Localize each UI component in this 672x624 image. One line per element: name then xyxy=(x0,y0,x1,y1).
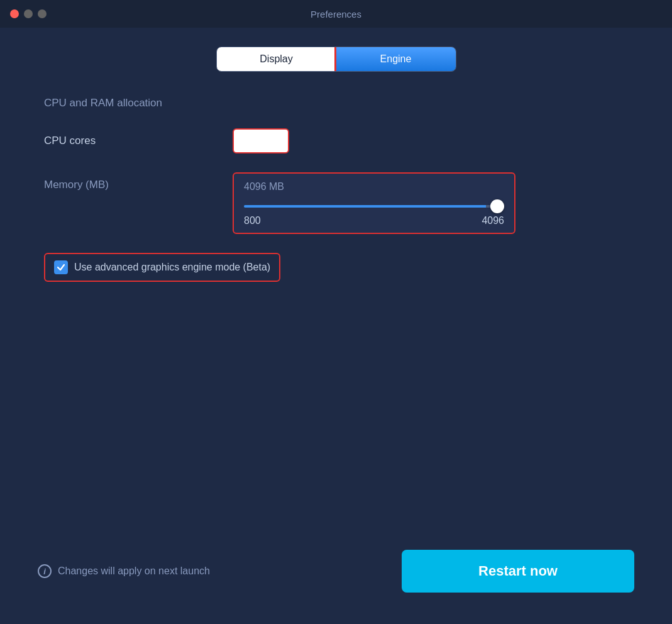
footer-info-text: Changes will apply on next launch xyxy=(58,566,210,577)
info-icon: i xyxy=(38,564,52,578)
maximize-button[interactable] xyxy=(38,9,47,18)
slider-min-label: 800 xyxy=(244,215,261,226)
memory-slider[interactable] xyxy=(244,205,504,208)
advanced-graphics-checkbox-row[interactable]: Use advanced graphics engine mode (Beta) xyxy=(44,253,280,282)
titlebar: Preferences xyxy=(0,0,672,28)
checkmark-icon xyxy=(57,263,65,272)
memory-label-col: Memory (MB) xyxy=(44,172,233,191)
traffic-lights xyxy=(10,9,47,18)
cpu-row: CPU cores ▲ ▼ xyxy=(38,128,634,153)
memory-current-value: 4096 MB xyxy=(244,181,504,192)
restart-now-button[interactable]: Restart now xyxy=(402,550,634,593)
section-title: CPU and RAM allocation xyxy=(44,97,634,109)
slider-max-label: 4096 xyxy=(482,215,504,226)
memory-row: Memory (MB) 4096 MB 800 4096 xyxy=(38,172,634,234)
checkbox-box xyxy=(54,260,68,274)
memory-slider-container: 4096 MB 800 4096 xyxy=(233,172,515,234)
tab-group: Display Engine xyxy=(216,47,456,72)
slider-track-wrap xyxy=(244,199,504,210)
footer-info: i Changes will apply on next launch xyxy=(38,564,210,578)
memory-label: Memory (MB) xyxy=(44,179,109,191)
minimize-button[interactable] xyxy=(24,9,33,18)
close-button[interactable] xyxy=(10,9,19,18)
checkbox-label: Use advanced graphics engine mode (Beta) xyxy=(74,262,270,273)
tab-display[interactable]: Display xyxy=(217,47,336,71)
footer: i Changes will apply on next launch Rest… xyxy=(38,537,634,605)
tab-engine[interactable]: Engine xyxy=(336,47,456,71)
main-content: Display Engine CPU and RAM allocation CP… xyxy=(0,28,672,624)
cpu-value-input[interactable] xyxy=(234,135,289,147)
slider-labels: 800 4096 xyxy=(244,215,504,226)
window-title: Preferences xyxy=(311,9,361,20)
cpu-stepper[interactable]: ▲ ▼ xyxy=(233,128,289,153)
cpu-label: CPU cores xyxy=(44,135,233,147)
tab-bar: Display Engine xyxy=(38,47,634,72)
